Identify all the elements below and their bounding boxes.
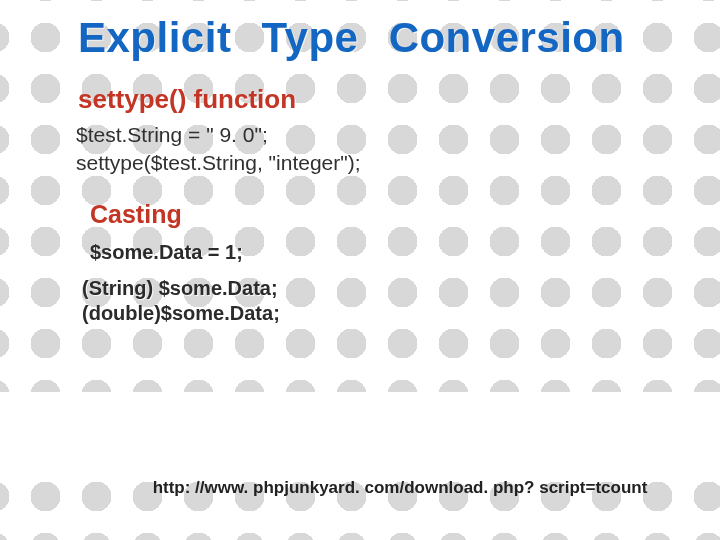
slide-title: Explicit Type Conversion bbox=[78, 14, 660, 62]
settype-code: $test.String = " 9. 0"; settype($test.St… bbox=[76, 121, 660, 178]
white-band bbox=[0, 392, 720, 476]
code-line: $test.String = " 9. 0"; bbox=[76, 121, 660, 149]
casting-code-assign: $some.Data = 1; bbox=[90, 241, 660, 264]
settype-heading: settype() function bbox=[78, 84, 660, 115]
casting-code-cast: (String) $some.Data; (double)$some.Data; bbox=[82, 276, 660, 326]
slide-content: Explicit Type Conversion settype() funct… bbox=[0, 0, 720, 326]
code-line: settype($test.String, "integer"); bbox=[76, 149, 660, 177]
code-line: (double)$some.Data; bbox=[82, 301, 660, 326]
code-line: (String) $some.Data; bbox=[82, 276, 660, 301]
casting-heading: Casting bbox=[90, 200, 660, 229]
footer-link: http: //www. phpjunkyard. com/download. … bbox=[0, 478, 720, 498]
